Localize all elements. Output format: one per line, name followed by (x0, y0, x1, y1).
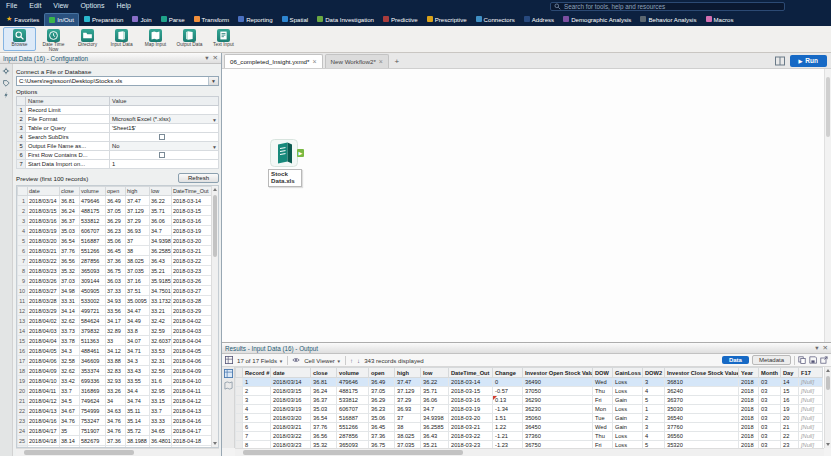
results-col-low[interactable]: low (421, 368, 449, 378)
tool-date-time-now[interactable]: Date Time Now (37, 27, 70, 51)
palette-tab-transform[interactable]: Transform (190, 13, 234, 26)
results-row[interactable]: 22018/03/1536.2448817537.0537.12935.7120… (236, 387, 823, 396)
option-value[interactable] (110, 133, 219, 142)
results-col-month[interactable]: Month (759, 368, 781, 378)
preview-vertical-scrollbar[interactable] (211, 186, 218, 447)
dropdown-arrow-icon[interactable]: ▼ (208, 77, 218, 85)
preview-col-volume[interactable]: volume (80, 187, 106, 196)
fields-summary-dropdown[interactable]: 17 of 17 Fields ▼ (237, 357, 283, 364)
preview-row[interactable]: 232018/04/1634.7675324734.7635.1433.3320… (18, 416, 212, 426)
workflow-canvas[interactable]: ▶ Stock Data.xls (222, 69, 824, 342)
preview-col-rownum[interactable] (18, 187, 28, 196)
preview-row[interactable]: 132018/04/0232.6258462434.1734.4932.4220… (18, 316, 212, 326)
tool-browse[interactable]: Browse (3, 27, 36, 51)
preview-row[interactable]: 62018/03/2137.7655126636.453836.25852018… (18, 246, 212, 256)
scroll-down-icon[interactable] (213, 442, 217, 445)
option-row-output-file-name-as[interactable]: 5Output File Name as...No▼ (17, 142, 219, 151)
sort-descending-icon[interactable]: ↓ (357, 357, 360, 364)
preview-row[interactable]: 112018/03/2833.3153300234.9335.009533.17… (18, 296, 212, 306)
palette-tab-prescriptive[interactable]: Prescriptive (423, 13, 471, 26)
cell-viewer-dropdown[interactable]: Cell Viewer ▼ (304, 357, 341, 364)
menu-view[interactable]: View (47, 0, 74, 12)
preview-row[interactable]: 12018/03/1436.8147964636.4937.4736.22201… (18, 196, 212, 206)
preview-row[interactable]: 22018/03/1536.2448817537.0537.12935.7120… (18, 206, 212, 216)
scroll-up-icon[interactable] (213, 188, 217, 191)
map-view-icon[interactable] (224, 381, 233, 390)
preview-row[interactable]: 52018/03/2036.5451688735.063734.93982018… (18, 236, 212, 246)
preview-row[interactable]: 172018/04/0632.5834660933.8834.332.31201… (18, 356, 212, 366)
workflow-tab-06-completed-insight-yxmd[interactable]: 06_completed_Insight.yxmd*× (224, 54, 323, 68)
tool-input-data[interactable]: Input Data (105, 27, 138, 51)
results-col-close[interactable]: close (311, 368, 337, 378)
pin-panel-icon[interactable]: ▾ (815, 343, 818, 353)
palette-tab-behavior-analysis[interactable]: Behavior Analysis (636, 13, 700, 26)
tool-text-input[interactable]: Text Input (207, 27, 240, 51)
results-col-open[interactable]: open (369, 368, 395, 378)
file-path-combo[interactable]: C:\Users\regissoon\Desktop\Stocks.xls ▼ (16, 76, 219, 86)
palette-tab-parse[interactable]: Parse (157, 13, 189, 26)
preview-row[interactable]: 212018/04/1234.57496243434.7433.152018-0… (18, 396, 212, 406)
results-row[interactable]: 42018/03/1935.0360670736.2336.9334.72018… (236, 405, 823, 414)
scrollbar-thumb[interactable] (24, 450, 134, 455)
close-tab-icon[interactable]: × (379, 59, 383, 65)
input-data-tool-node[interactable]: ▶ Stock Data.xls (268, 139, 314, 187)
preview-col-open[interactable]: open (106, 187, 126, 196)
sort-ascending-icon[interactable]: ↑ (350, 357, 353, 364)
option-row-search-subdirs[interactable]: 4Search SubDirs (17, 133, 219, 142)
output-anchor-icon[interactable]: ▶ (297, 149, 304, 157)
global-search-input[interactable]: Search for tools, help and resources (550, 2, 785, 11)
option-value[interactable]: No▼ (110, 142, 219, 151)
scrollbar-thumb[interactable] (243, 450, 463, 455)
palette-tab-predictive[interactable]: Predictive (379, 13, 422, 26)
preview-row[interactable]: 182018/04/0932.6235337432.8333.4332.5620… (18, 366, 212, 376)
preview-row[interactable]: 122018/03/2934.1449972133.5634.4733.2120… (18, 306, 212, 316)
preview-row[interactable]: 222018/04/1334.6775499934.6335.1133.7201… (18, 406, 212, 416)
configuration-gear-icon[interactable] (2, 67, 10, 75)
results-vertical-scrollbar[interactable] (824, 367, 831, 448)
palette-tab-spatial[interactable]: Spatial (278, 13, 313, 26)
preview-col-close[interactable]: close (60, 187, 80, 196)
results-col-year[interactable]: Year (739, 368, 759, 378)
tool-output-data[interactable]: Output Data (173, 27, 206, 51)
tool-map-input[interactable]: Map Input (139, 27, 172, 51)
open-new-window-icon[interactable] (820, 356, 828, 364)
annotation-tag-icon[interactable] (2, 79, 10, 87)
scroll-up-icon[interactable] (826, 369, 830, 372)
preview-row[interactable]: 252018/04/1838.1458267937.3638.198836.48… (18, 436, 212, 446)
close-panel-icon[interactable]: ✕ (823, 343, 828, 353)
results-col-record[interactable]: Record # (243, 368, 271, 378)
results-row[interactable]: 52018/03/2036.5451688735.063734.93982018… (236, 414, 823, 423)
results-row[interactable]: 72018/03/2236.5628785637.3638.02536.4320… (236, 432, 823, 441)
preview-row[interactable]: 42018/03/1935.0360670736.2336.9334.72018… (18, 226, 212, 236)
option-row-first-row-contains-d[interactable]: 6First Row Contains D... (17, 151, 219, 160)
preview-col-high[interactable]: high (126, 187, 150, 196)
preview-row[interactable]: 102018/03/2734.9845090537.3337.5134.7501… (18, 286, 212, 296)
data-view-button[interactable]: Data (722, 356, 749, 364)
preview-row[interactable]: 242018/04/173575190734.7635.7234.652018-… (18, 426, 212, 436)
run-button[interactable]: ▶ Run (790, 55, 828, 67)
results-col-investor-close-stock-value[interactable]: Investor Close Stock Value (665, 368, 739, 378)
pin-panel-icon[interactable]: ▾ (205, 53, 208, 63)
preview-col-date[interactable]: date (28, 187, 60, 196)
copy-icon[interactable] (798, 356, 806, 364)
palette-tab-data-investigation[interactable]: Data Investigation (313, 13, 378, 26)
option-value[interactable]: 'Sheet1$' (110, 124, 219, 133)
menu-help[interactable]: Help (111, 0, 137, 12)
tool-directory[interactable]: Directory (71, 27, 104, 51)
menu-edit[interactable]: Edit (23, 0, 47, 12)
results-col-date[interactable]: date (271, 368, 311, 378)
preview-row[interactable]: 192018/04/1033.4269933632.9333.5531.6201… (18, 376, 212, 386)
results-col-day[interactable]: Day (781, 368, 799, 378)
palette-tab-demographic-analysis[interactable]: Demographic Analysis (559, 13, 635, 26)
scroll-down-icon[interactable] (826, 443, 830, 446)
results-col-datetime-out[interactable]: DateTime_Out (449, 368, 493, 378)
fields-grid-icon[interactable] (225, 356, 233, 364)
preview-row[interactable]: 32018/03/1636.3753381236.2937.2936.06201… (18, 216, 212, 226)
results-col-volume[interactable]: volume (337, 368, 369, 378)
close-tab-icon[interactable]: × (312, 59, 316, 65)
results-row[interactable]: 82018/03/2335.3236509336.7537.03535.2120… (236, 441, 823, 449)
scrollbar-thumb[interactable] (826, 376, 830, 390)
performance-bolt-icon[interactable] (2, 91, 10, 99)
option-value[interactable] (110, 151, 219, 160)
results-col-high[interactable]: high (395, 368, 421, 378)
